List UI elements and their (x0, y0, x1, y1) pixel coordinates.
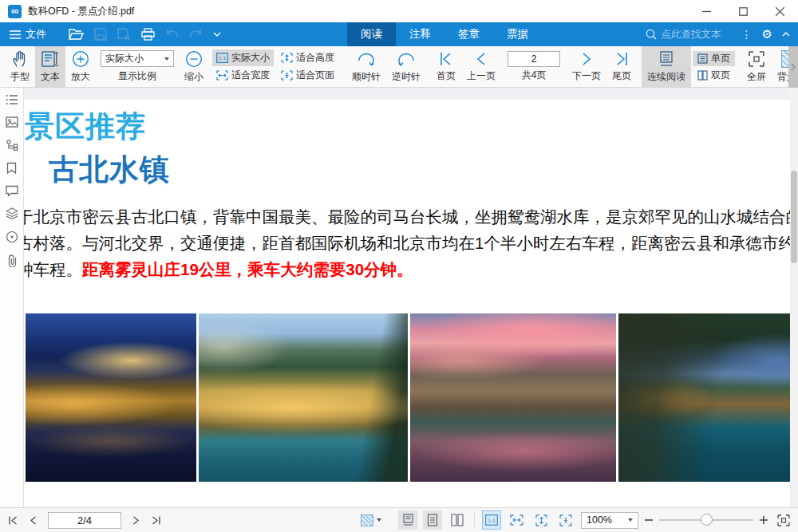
sb-fit-page-icon (559, 514, 572, 526)
doc-line-1: 于北京市密云县古北口镇，背靠中国最美、最险的司马台长城，坐拥鸳鸯湖水库，是京郊罕… (24, 203, 798, 230)
double-page-icon (697, 70, 708, 81)
zoom-out-icon (185, 50, 203, 68)
tab-annotate[interactable]: 注释 (396, 22, 444, 46)
sb-fit-page-button[interactable] (556, 510, 575, 530)
close-button[interactable] (761, 0, 798, 22)
zoom-ratio-value: 实际大小 (105, 52, 144, 65)
page-number-input[interactable] (508, 51, 560, 67)
sb-last-page-icon[interactable] (151, 515, 161, 526)
tab-signature[interactable]: 签章 (444, 22, 493, 46)
sb-page-indicator-input[interactable] (48, 512, 121, 529)
sb-fullscreen-button[interactable] (774, 510, 793, 530)
fullscreen-button[interactable]: 全屏 (741, 46, 772, 87)
page-number-group: 共4页 (501, 46, 567, 87)
last-page-label: 尾页 (612, 69, 631, 83)
fit-height-button[interactable]: 适合高度 (277, 49, 338, 66)
comment-icon[interactable] (6, 185, 18, 196)
single-page-button[interactable]: 单页 (693, 51, 735, 66)
fullscreen-icon (748, 50, 765, 68)
vertical-scrollbar[interactable] (790, 88, 798, 507)
zoom-minus-icon[interactable] (644, 515, 654, 525)
double-page-button[interactable]: 双页 (693, 68, 735, 83)
rotate-clockwise-button[interactable]: 顺时针 (346, 46, 386, 87)
fullscreen-label: 全屏 (747, 70, 766, 84)
navigation-sidebar (0, 88, 24, 507)
continuous-read-icon (658, 50, 675, 68)
document-page[interactable]: 景区推荐 古北水镇 于北京市密云县古北口镇，背靠中国最美、最险的司马台长城，坐拥… (24, 88, 798, 507)
fit-actual-size-button[interactable]: 1:1 实际大小 (212, 49, 274, 66)
zoom-plus-icon[interactable] (759, 515, 768, 525)
zoom-ratio-dropdown[interactable]: 实际大小 (101, 50, 174, 67)
zoom-ratio-group: 实际大小 显示比例 (96, 46, 179, 87)
sb-double-page-button[interactable] (448, 510, 467, 530)
zoom-level-value: 100% (587, 514, 612, 526)
zoom-in-button[interactable]: 放大 (65, 46, 96, 87)
sb-next-page-icon[interactable] (132, 515, 140, 526)
sb-fit-width-button[interactable] (507, 510, 526, 530)
hand-icon (12, 50, 28, 68)
toolbar-collapse-button[interactable] (788, 46, 798, 88)
sb-first-page-icon[interactable] (8, 515, 18, 526)
file-menu-button[interactable]: 文件 (10, 27, 46, 41)
sb-continuous-mode-button[interactable] (398, 510, 417, 530)
scrollbar-thumb[interactable] (791, 171, 797, 263)
sb-background-picker[interactable] (361, 508, 381, 532)
toolbar-more-chevron-icon[interactable] (213, 32, 221, 37)
first-page-icon (439, 51, 453, 67)
sb-actual-size-button[interactable]: 1:1 (482, 510, 501, 530)
tab-invoice[interactable]: 票据 (493, 22, 542, 46)
open-file-icon[interactable] (69, 28, 84, 41)
sb-single-page-icon (427, 514, 438, 526)
photo-strip (26, 313, 798, 482)
prev-page-button[interactable]: 上一页 (461, 46, 501, 87)
continuous-read-button[interactable]: 连续阅读 (642, 46, 691, 87)
hand-tool-button[interactable]: 手型 (5, 46, 35, 87)
destination-icon[interactable] (6, 231, 18, 243)
first-page-button[interactable]: 首页 (431, 46, 461, 87)
chevron-down-icon (164, 57, 169, 61)
doc-line-3: 钟车程。距离雾灵山庄19公里，乘车大约需要30分钟。 (24, 256, 798, 282)
zoom-slider[interactable] (659, 512, 753, 528)
page-layout-group: 单页 双页 (691, 46, 737, 87)
page-total-label: 共4页 (522, 69, 547, 82)
search-box[interactable] (646, 29, 732, 40)
next-page-button[interactable]: 下一页 (567, 46, 606, 87)
collapse-ribbon-icon[interactable] (782, 32, 790, 37)
more-options-icon[interactable]: ⋮ (741, 28, 753, 41)
layers-icon[interactable] (6, 207, 18, 219)
outline-icon[interactable] (6, 94, 18, 105)
menu-bar: 文件 阅读 注释 签章 票据 ⋮ ⚙ (0, 22, 798, 46)
sb-fit-height-button[interactable] (531, 510, 551, 530)
settings-gear-icon[interactable]: ⚙ (762, 27, 772, 41)
doc-heading-1: 景区推荐 (25, 107, 146, 147)
thumbnail-icon[interactable] (6, 116, 18, 128)
maximize-button[interactable] (725, 0, 761, 22)
zoom-out-button[interactable]: 缩小 (179, 46, 209, 87)
minimize-button[interactable] (688, 0, 725, 22)
file-menu-label: 文件 (26, 27, 46, 41)
prev-page-label: 上一页 (467, 69, 496, 83)
rotate-counterclockwise-button[interactable]: 逆时针 (386, 46, 426, 87)
title-bar: ∞ 数科OFD - 景点介绍.pdf (0, 0, 798, 22)
search-input[interactable] (662, 29, 732, 40)
reading-toolbar: 手型 文本 放大 实际大小 显示比例 缩小 1:1 实际大小 适合高度 适合宽度 (0, 46, 798, 88)
zoom-slider-thumb[interactable] (701, 514, 713, 526)
fit-width-button[interactable]: 适合宽度 (212, 68, 274, 85)
zoom-level-dropdown[interactable]: 100% (581, 512, 638, 529)
sb-single-page-button[interactable] (423, 510, 442, 530)
bookmark-icon[interactable] (6, 162, 17, 174)
ribbon-tabs: 阅读 注释 签章 票据 (347, 22, 542, 46)
print-icon[interactable] (141, 28, 155, 41)
status-bar: 1:1 100% (0, 507, 798, 532)
tab-read[interactable]: 阅读 (347, 22, 396, 46)
sb-prev-page-icon[interactable] (30, 515, 37, 526)
fit-height-label: 适合高度 (296, 51, 334, 65)
photo-gubei-dusk-aerial (199, 313, 408, 482)
rotate-cw-label: 顺时针 (352, 70, 381, 84)
app-logo-icon: ∞ (8, 5, 22, 18)
last-page-button[interactable]: 尾页 (606, 46, 637, 87)
fit-page-button[interactable]: 适合页面 (277, 68, 338, 85)
structure-icon[interactable] (6, 139, 18, 151)
attachment-icon[interactable] (6, 254, 18, 267)
text-select-button[interactable]: 文本 (35, 46, 65, 87)
